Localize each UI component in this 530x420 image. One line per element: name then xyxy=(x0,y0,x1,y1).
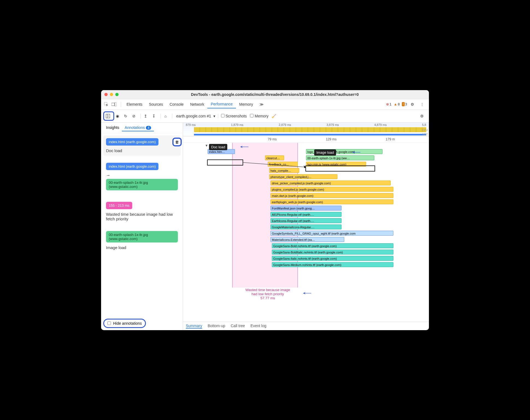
network-bar[interactable]: MaterialIcons-Extended.ttf (ea… xyxy=(270,237,344,242)
main-panel: 879 ms 1,879 ms 2,879 ms 3,879 ms 4,879 … xyxy=(183,123,429,330)
issue-count[interactable]: !3 xyxy=(402,102,407,106)
annotation-text: Doc load xyxy=(106,148,178,153)
network-bar[interactable]: All1PIcons-Regular.otf (earth.… xyxy=(270,212,341,217)
network-bar[interactable]: drive_picker_compiled.js (earth.google.c… xyxy=(270,181,391,185)
clear-icon[interactable]: ⊘ xyxy=(131,113,137,119)
network-bar[interactable]: GoogleSans-BoldItalic.nohints.ttf (earth… xyxy=(272,250,393,255)
pointer-arrow-icon: ← xyxy=(237,142,251,151)
tab-network[interactable]: Network xyxy=(187,100,207,108)
titlebar: DevTools - earth.google.com/static/multi… xyxy=(101,90,429,99)
target-select[interactable]: earth.google.com #1 xyxy=(174,114,213,118)
annotation-pill: 00-earth-splash-1x-ltr.jpg (www.gstatic.… xyxy=(106,179,178,190)
hide-annotations-checkbox[interactable]: Hide annotations xyxy=(103,319,146,328)
network-row: EarthIcons-Regular.otf (earth.… xyxy=(189,218,429,224)
panel-toggle-icon[interactable] xyxy=(105,113,111,119)
wasted-time-label: Wasted time because imagehad low fetch p… xyxy=(238,288,298,300)
zoom-icon[interactable] xyxy=(115,93,119,96)
timeline[interactable]: 79 ms 129 ms 179 m Doc load ← Image load… xyxy=(183,136,429,322)
annotation-text: Wasted time because image had low fetch … xyxy=(106,212,178,221)
network-bar[interactable]: GoogleMaterialIcons-Regular.… xyxy=(270,224,341,229)
tab-performance[interactable]: Performance xyxy=(207,100,236,108)
tab-memory[interactable]: Memory xyxy=(236,100,257,108)
pointer-arrow-icon: ← xyxy=(349,148,363,156)
overview[interactable]: 879 ms 1,879 ms 2,879 ms 3,879 ms 4,879 … xyxy=(183,123,429,136)
network-bar[interactable]: plugins_compiled.js (earth.google.com) xyxy=(270,187,393,192)
image-highlight-box xyxy=(305,165,375,171)
gear-icon[interactable]: ⚙ xyxy=(419,113,425,119)
annotation-pill: index.html (earth.google.com) xyxy=(106,163,158,170)
network-bar[interactable]: phenotype_client_compiled.j… xyxy=(269,174,337,179)
annotation-item[interactable]: index.html (earth.google.com) → 00-earth… xyxy=(103,160,181,195)
devtools-window: DevTools - earth.google.com/static/multi… xyxy=(101,90,429,330)
annotation-item[interactable]: 00-earth-splash-1x-ltr.jpg (www.gstatic.… xyxy=(103,228,181,253)
network-row: GoogleSymbols_FILL_GRAD_opsz_wght.ttf (e… xyxy=(189,230,429,236)
network-row: FontManifest.json (earth.goog… xyxy=(189,205,429,211)
tab-sources[interactable]: Sources xyxy=(146,100,166,108)
upload-icon[interactable]: ↥ xyxy=(142,113,149,119)
detail-tabs: Summary Bottom-up Call tree Event log xyxy=(183,322,429,330)
toggle-sidebar-highlight xyxy=(103,111,114,121)
net-strip xyxy=(194,134,426,135)
download-icon[interactable]: ↧ xyxy=(151,113,157,119)
inspect-icon[interactable] xyxy=(103,101,109,107)
network-row: plugins_compiled.js (earth.google.com) xyxy=(189,186,429,192)
record-icon[interactable]: ◉ xyxy=(114,113,121,119)
network-bar[interactable]: 00-earth-splash-1x-ltr.jpg (ww… xyxy=(306,155,374,160)
doc-load-tooltip: Doc load xyxy=(209,144,227,150)
screenshots-checkbox[interactable]: Screenshots xyxy=(221,114,247,118)
brush-icon[interactable]: 🧹 xyxy=(271,113,277,119)
dtab-eventlog[interactable]: Event log xyxy=(251,324,266,329)
network-row: MaterialIcons-Extended.ttf (ea… xyxy=(189,236,429,242)
network-bar[interactable]: GoogleSymbols_FILL_GRAD_opsz_wght.ttf (e… xyxy=(270,231,393,236)
svg-rect-1 xyxy=(111,103,114,106)
reload-icon[interactable]: ↻ xyxy=(122,113,129,119)
network-row: main.dart.js (earth.google.com) xyxy=(189,193,429,199)
network-bar[interactable]: GoogleSans-Italic.nohints.ttf (earth.goo… xyxy=(272,256,393,261)
network-bar[interactable]: FontManifest.json (earth.goog… xyxy=(270,206,341,211)
memory-checkbox[interactable]: Memory xyxy=(250,114,268,118)
network-bar[interactable]: GoogleSans-Bold.nohints.ttf (earth.googl… xyxy=(272,243,393,248)
close-icon[interactable] xyxy=(104,93,108,96)
dtab-bottomup[interactable]: Bottom-up xyxy=(208,324,225,329)
image-load-tooltip: Image load xyxy=(314,149,336,156)
minimize-icon[interactable] xyxy=(110,93,113,96)
network-row: GoogleMaterialIcons-Regular.… xyxy=(189,224,429,230)
network-row: GoogleSans-Medium.nohints.ttf (earth.goo… xyxy=(189,262,429,268)
network-row: earthplugin_web.js (earth.google.com) xyxy=(189,199,429,205)
device-icon[interactable] xyxy=(111,101,117,107)
network-bar[interactable]: earthplugin_web.js (earth.google.com) xyxy=(270,199,393,204)
kebab-icon[interactable]: ⋮ xyxy=(419,101,425,107)
trash-icon[interactable]: 🗑 xyxy=(175,140,179,144)
time-ruler: 79 ms 129 ms 179 m xyxy=(183,136,429,143)
window-controls xyxy=(104,93,119,96)
network-bar[interactable]: EarthIcons-Regular.otf (earth.… xyxy=(270,218,341,223)
dtab-calltree[interactable]: Call tree xyxy=(231,324,245,329)
dtab-summary[interactable]: Summary xyxy=(186,324,202,329)
network-row: GoogleSans-BoldItalic.nohints.ttf (earth… xyxy=(189,249,429,255)
checkbox[interactable] xyxy=(107,321,111,325)
tab-insights[interactable]: Insights xyxy=(103,124,122,131)
network-row: drive_picker_compiled.js (earth.google.c… xyxy=(189,180,429,186)
annotation-item[interactable]: 155 - 213 ms Wasted time because image h… xyxy=(103,199,181,224)
annotation-item[interactable]: index.html (earth.google.com) 🗑 Doc load xyxy=(103,135,181,156)
network-bar[interactable]: GoogleSans-Medium.nohints.ttf (earth.goo… xyxy=(272,262,393,267)
network-bar[interactable]: main.dart.js (earth.google.com) xyxy=(270,193,393,198)
tab-elements[interactable]: Elements xyxy=(123,100,146,108)
tab-console[interactable]: Console xyxy=(166,100,187,108)
chevron-down-icon[interactable]: ▾ xyxy=(213,114,215,118)
error-count[interactable]: ⊗1 xyxy=(386,102,391,106)
gear-icon[interactable]: ⚙ xyxy=(409,101,415,107)
annotation-text: Image load xyxy=(106,245,178,250)
warning-count[interactable]: ▲8 xyxy=(394,102,400,106)
annotation-pill: index.html (earth.google.com) xyxy=(106,138,158,146)
network-row: GoogleSans-Italic.nohints.ttf (earth.goo… xyxy=(189,255,429,261)
sidebar: Insights Annotations4 index.html (earth.… xyxy=(101,123,183,330)
tab-more[interactable]: ≫ xyxy=(256,100,267,108)
tab-annotations[interactable]: Annotations4 xyxy=(122,124,154,131)
network-row: GoogleSans-Bold.nohints.ttf (earth.googl… xyxy=(189,243,429,249)
annotation-list: index.html (earth.google.com) 🗑 Doc load… xyxy=(101,133,183,317)
network-row: phenotype_client_compiled.j… xyxy=(189,174,429,180)
home-icon[interactable]: ⌂ xyxy=(162,113,169,119)
svg-rect-2 xyxy=(115,102,116,106)
perf-toolbar: ◉ ↻ ⊘ ↥ ↧ ⌂ earth.google.com #1 ▾ Screen… xyxy=(101,110,429,123)
